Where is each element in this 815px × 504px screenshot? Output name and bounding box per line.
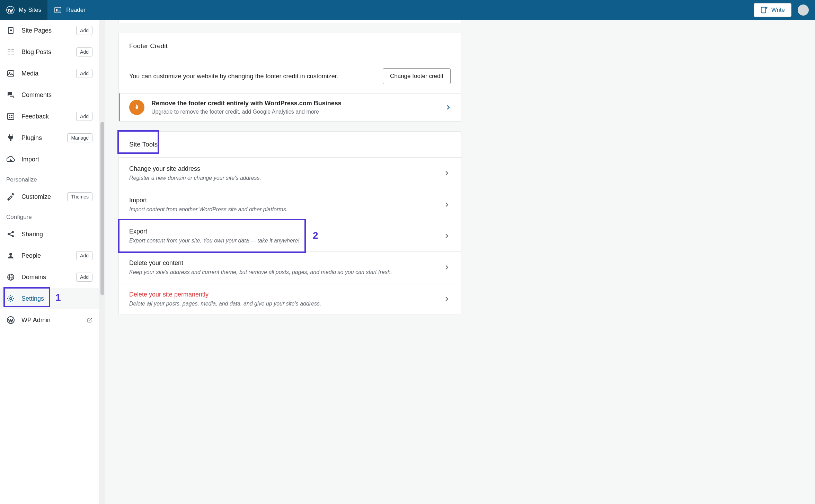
reader-nav[interactable]: Reader — [47, 0, 92, 20]
svg-rect-23 — [9, 117, 10, 118]
external-link-icon — [87, 317, 92, 323]
tool-subtitle: Export content from your site. You own y… — [129, 238, 443, 244]
chevron-right-icon — [443, 232, 451, 240]
people-icon — [6, 251, 15, 260]
sidebar: Site Pages Add Blog Posts Add Media Add … — [0, 20, 105, 329]
svg-rect-22 — [11, 115, 12, 116]
chevron-right-icon — [443, 295, 451, 303]
svg-rect-24 — [11, 117, 12, 118]
configure-header: Configure — [0, 207, 99, 223]
sidebar-item-label: People — [21, 252, 76, 259]
promo-title: Remove the footer credit entirely with W… — [151, 100, 437, 107]
sidebar-scrollbar-thumb[interactable] — [100, 122, 104, 295]
sidebar-item-label: Comments — [21, 91, 92, 99]
user-avatar[interactable] — [798, 5, 809, 16]
write-label: Write — [771, 7, 785, 14]
tool-delete-content[interactable]: Delete your content Keep your site's add… — [119, 251, 461, 283]
tool-title: Import — [129, 197, 443, 204]
sidebar-item-feedback[interactable]: Feedback Add — [0, 106, 99, 127]
sidebar-item-label: Blog Posts — [21, 48, 76, 56]
my-sites-nav[interactable]: My Sites — [0, 0, 47, 20]
sidebar-item-import[interactable]: Import — [0, 149, 99, 170]
site-tools-header: Site Tools — [119, 132, 461, 158]
footer-credit-card: Footer Credit You can customize your web… — [118, 33, 461, 122]
my-sites-label: My Sites — [19, 7, 41, 14]
svg-line-29 — [9, 235, 12, 236]
sidebar-item-label: Feedback — [21, 113, 76, 120]
add-feedback-button[interactable]: Add — [76, 112, 92, 121]
chevron-right-icon — [443, 201, 451, 209]
sidebar-item-domains[interactable]: Domains Add — [0, 266, 99, 288]
sidebar-item-media[interactable]: Media Add — [0, 63, 99, 84]
sidebar-item-label: Plugins — [21, 134, 67, 142]
sharing-icon — [6, 230, 15, 239]
sidebar-scrollbar[interactable] — [99, 20, 105, 329]
svg-rect-1 — [55, 7, 61, 13]
manage-plugins-button[interactable]: Manage — [67, 133, 92, 142]
sidebar-item-label: Domains — [21, 274, 76, 281]
rocket-icon — [129, 100, 144, 115]
svg-rect-6 — [761, 7, 765, 13]
write-icon — [760, 6, 768, 14]
tool-change-address[interactable]: Change your site address Register a new … — [119, 158, 461, 189]
sidebar-item-label: Import — [21, 156, 92, 163]
topbar: My Sites Reader Write — [0, 0, 815, 20]
sidebar-item-comments[interactable]: Comments — [0, 84, 99, 106]
tool-title: Delete your site permanently — [129, 291, 443, 298]
site-tools-card: Site Tools Change your site address Regi… — [118, 131, 461, 315]
wpadmin-icon — [6, 316, 15, 325]
tool-export[interactable]: Export Export content from your site. Yo… — [119, 220, 461, 251]
sidebar-item-wp-admin[interactable]: WP Admin — [0, 309, 99, 329]
add-domain-button[interactable]: Add — [76, 273, 92, 282]
reader-icon — [54, 6, 62, 14]
upgrade-promo-row[interactable]: Remove the footer credit entirely with W… — [119, 93, 461, 121]
personalize-header: Personalize — [0, 170, 99, 186]
svg-point-34 — [10, 298, 12, 300]
sidebar-item-label: Sharing — [21, 231, 92, 238]
write-button[interactable]: Write — [754, 3, 791, 17]
tool-delete-site[interactable]: Delete your site permanently Delete all … — [119, 283, 461, 315]
chevron-right-icon — [443, 169, 451, 177]
footer-credit-desc: You can customize your website by changi… — [129, 73, 338, 80]
add-page-button[interactable]: Add — [76, 26, 92, 35]
settings-icon — [6, 294, 15, 303]
sidebar-item-settings[interactable]: Settings — [0, 288, 99, 309]
tool-subtitle: Import content from another WordPress si… — [129, 206, 443, 213]
change-footer-credit-button[interactable]: Change footer credit — [383, 68, 451, 84]
svg-rect-20 — [8, 113, 14, 120]
main-content: Footer Credit You can customize your web… — [112, 20, 468, 329]
posts-icon — [6, 47, 15, 56]
comments-icon — [6, 90, 15, 99]
feedback-icon — [6, 112, 15, 121]
svg-point-36 — [136, 106, 138, 107]
tool-subtitle: Keep your site's address and current the… — [129, 269, 443, 275]
customize-icon — [6, 192, 15, 201]
sidebar-item-plugins[interactable]: Plugins Manage — [0, 127, 99, 149]
annotation-one: 1 — [55, 292, 61, 303]
tool-title: Export — [129, 228, 443, 235]
tool-title: Change your site address — [129, 165, 443, 173]
themes-button[interactable]: Themes — [67, 192, 92, 201]
tool-import[interactable]: Import Import content from another WordP… — [119, 189, 461, 220]
plugins-icon — [6, 133, 15, 142]
sidebar-item-sharing[interactable]: Sharing — [0, 223, 99, 245]
sidebar-item-people[interactable]: People Add — [0, 245, 99, 266]
import-icon — [6, 155, 15, 164]
sidebar-item-blog-posts[interactable]: Blog Posts Add — [0, 41, 99, 63]
footer-credit-header: Footer Credit — [119, 33, 461, 59]
annotation-two: 2 — [313, 230, 318, 241]
page-icon — [6, 26, 15, 35]
add-media-button[interactable]: Add — [76, 69, 92, 78]
add-people-button[interactable]: Add — [76, 251, 92, 260]
sidebar-item-site-pages[interactable]: Site Pages Add — [0, 20, 99, 41]
sidebar-item-label: Site Pages — [21, 27, 76, 34]
sidebar-item-customize[interactable]: Customize Themes — [0, 186, 99, 207]
promo-subtitle: Upgrade to remove the footer credit, add… — [151, 109, 437, 115]
chevron-right-icon — [443, 264, 451, 271]
svg-point-30 — [9, 253, 12, 256]
wordpress-logo-icon — [6, 6, 15, 14]
svg-rect-2 — [56, 9, 57, 11]
svg-rect-17 — [11, 54, 14, 54]
svg-rect-12 — [8, 50, 10, 50]
add-post-button[interactable]: Add — [76, 47, 92, 56]
